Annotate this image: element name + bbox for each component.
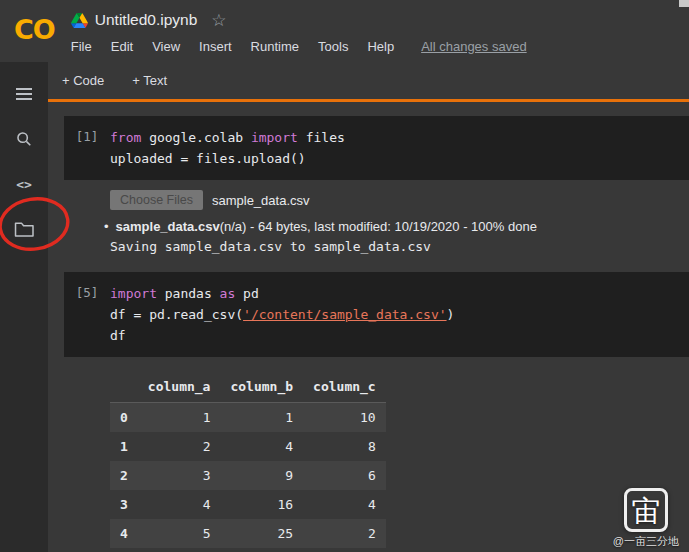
upload-status-line: • sample_data.csv(n/a) - 64 bytes, last … [110,219,689,234]
star-icon[interactable]: ☆ [211,10,226,31]
cell-1-output: Choose Files sample_data.csv • sample_da… [110,190,689,254]
cell-value: 3 [138,461,221,490]
watermark-stamp: 宙 [624,488,668,532]
files-icon[interactable] [13,219,35,239]
table-row: 3 4 16 4 [110,490,386,519]
cell-value: 25 [220,519,303,548]
header: CO Untitled0.ipynb ☆ File [0,0,689,62]
notebook-scroll-area[interactable]: [1] from google.colab import files uploa… [48,102,689,552]
add-text-button[interactable]: + Text [132,73,167,88]
upload-file-details: (n/a) - 64 bytes, last modified: 10/19/2… [220,219,537,234]
sidebar: <> [0,62,48,552]
menu-edit[interactable]: Edit [111,39,133,54]
code-glyph: <> [16,177,32,192]
table-row: 2 3 9 6 [110,461,386,490]
colab-app: CO Untitled0.ipynb ☆ File [0,0,689,552]
save-status-link[interactable]: All changes saved [421,39,527,54]
add-code-button[interactable]: + Code [62,73,104,88]
cell-value: 4 [303,490,386,519]
dataframe-table: column_a column_b column_c 0 1 1 10 [110,373,386,548]
code-editor[interactable]: import pandas as pd df = pd.read_csv('/c… [110,283,454,346]
code-token: as [220,286,243,301]
code-line: import pandas as pd [110,283,454,304]
cell-value: 1 [220,403,303,433]
watermark: 宙 @一亩三分地 [613,488,679,549]
title-block: Untitled0.ipynb ☆ File Edit View Insert … [71,8,527,62]
colab-logo[interactable]: CO [14,14,55,62]
row-index: 2 [110,461,138,490]
choose-files-button[interactable]: Choose Files [110,190,203,210]
cell-value: 8 [303,432,386,461]
table-of-contents-icon[interactable] [13,84,35,104]
cell-value: 5 [138,519,221,548]
column-header: column_b [220,373,303,403]
bullet-dot: • [104,219,109,234]
code-token: import [251,130,306,145]
menu-help[interactable]: Help [367,39,394,54]
column-header: column_c [303,373,386,403]
cell-value: 2 [138,432,221,461]
cell-value: 4 [220,432,303,461]
scrollbar-thumb[interactable] [679,0,689,7]
code-token: df = pd.read_csv( [110,307,243,322]
code-line: df = pd.read_csv('/content/sample_data.c… [110,304,454,325]
table-header-row: column_a column_b column_c [110,373,386,403]
table-row: 1 2 4 8 [110,432,386,461]
cell-value: 16 [220,490,303,519]
code-token: files [306,130,345,145]
code-cell-2[interactable]: [5] import pandas as pd df = pd.read_csv… [64,272,689,357]
cell-value: 6 [303,461,386,490]
code-cell-1[interactable]: [1] from google.colab import files uploa… [64,116,689,180]
upload-file-bold: sample_data.csv [116,219,220,234]
menu-insert[interactable]: Insert [199,39,232,54]
code-token: uploaded = files.upload() [110,151,306,166]
code-token: google.colab [149,130,251,145]
index-header [110,373,138,403]
cell-value: 10 [303,403,386,433]
code-line: from google.colab import files [110,127,345,148]
code-token: import [110,286,165,301]
google-drive-icon [71,13,88,28]
execution-count: [1] [64,127,110,169]
menu-file[interactable]: File [71,39,92,54]
table-row: 0 1 1 10 [110,403,386,433]
execution-count: [5] [64,283,110,346]
code-line: uploaded = files.upload() [110,148,345,169]
menu-bar: File Edit View Insert Runtime Tools Help… [71,39,527,54]
cell-value: 2 [303,519,386,548]
code-token-string[interactable]: '/content/sample_data.csv' [243,307,447,322]
row-index: 0 [110,403,138,433]
code-token: pd [243,286,259,301]
cell-value: 1 [138,403,221,433]
toc-lines-glyph [16,88,32,100]
row-index: 3 [110,490,138,519]
code-token: df [110,328,126,343]
cell-value: 4 [138,490,221,519]
code-line: df [110,325,454,346]
code-token: ) [447,307,455,322]
code-editor[interactable]: from google.colab import files uploaded … [110,127,345,169]
notebook-title[interactable]: Untitled0.ipynb [95,11,198,29]
menu-view[interactable]: View [152,39,180,54]
column-header: column_a [138,373,221,403]
code-snippets-icon[interactable]: <> [13,174,35,194]
code-token: pandas [165,286,220,301]
search-icon[interactable] [13,129,35,149]
code-token: from [110,130,149,145]
row-index: 4 [110,519,138,548]
menu-runtime[interactable]: Runtime [251,39,299,54]
cell-value: 9 [220,461,303,490]
menu-tools[interactable]: Tools [318,39,348,54]
uploaded-filename: sample_data.csv [212,193,310,208]
row-index: 1 [110,432,138,461]
saving-message: Saving sample_data.csv to sample_data.cs… [110,239,689,254]
table-row: 4 5 25 2 [110,519,386,548]
main-area: + Code + Text [1] from google.colab impo… [48,62,689,552]
cell-toolbar: + Code + Text [48,62,689,99]
watermark-handle: @一亩三分地 [613,534,679,549]
